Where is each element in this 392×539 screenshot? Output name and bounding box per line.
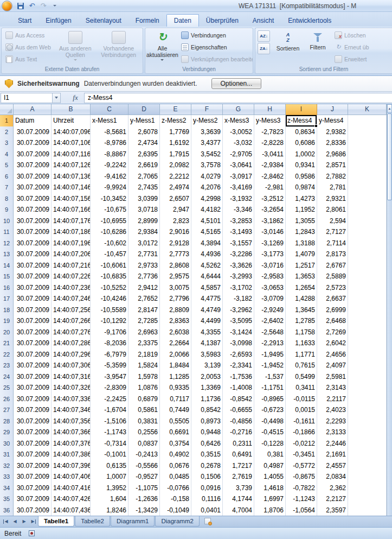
cell-G12[interactable]: -3,1557: [223, 238, 254, 250]
cell-J7[interactable]: 2,781: [317, 182, 348, 194]
cell-A7[interactable]: 30.07.2009: [14, 182, 52, 194]
cell-D8[interactable]: 3,0399: [128, 193, 160, 205]
cell-D14[interactable]: 2,9733: [128, 260, 160, 272]
cell-E11[interactable]: 2,9016: [160, 226, 191, 238]
cell-C36[interactable]: 1,8246: [91, 505, 128, 516]
cell-C23[interactable]: -5,3599: [91, 360, 128, 372]
cell-C18[interactable]: -10,5589: [91, 305, 128, 316]
cell-H15[interactable]: -2,9583: [254, 271, 286, 283]
erweitert-button[interactable]: Erweitert: [332, 53, 372, 65]
cell-D23[interactable]: 1,5824: [128, 360, 160, 372]
cell-E33[interactable]: 0,0485: [160, 471, 191, 483]
cell-D28[interactable]: 0,3831: [128, 416, 160, 428]
cell-A21[interactable]: 30.07.2009: [14, 338, 52, 350]
insert-worksheet-button[interactable]: [200, 516, 215, 525]
cell-J9[interactable]: 2,8061: [317, 204, 348, 216]
cell-A36[interactable]: 30.07.2009: [14, 505, 52, 516]
cell-K28[interactable]: [348, 416, 387, 428]
cell-F30[interactable]: 0,6426: [191, 438, 223, 450]
vorhandene-verbindungen-button[interactable]: Vorhandene Verbindungen: [97, 29, 140, 66]
cell-G31[interactable]: 0,6491: [223, 449, 254, 461]
cell-J26[interactable]: 2,2117: [317, 394, 348, 405]
cell-G24[interactable]: -1,7536: [223, 371, 254, 383]
cell-I30[interactable]: -0,0212: [286, 438, 317, 450]
cell-D33[interactable]: -0,9527: [128, 471, 160, 483]
cell-K17[interactable]: [348, 293, 387, 305]
cell-G21[interactable]: -3,0998: [223, 338, 254, 350]
cell-D24[interactable]: 1,5978: [128, 371, 160, 383]
cell-K25[interactable]: [348, 382, 387, 394]
cell-F16[interactable]: 4,5857: [191, 282, 223, 294]
cell-I35[interactable]: -1,1243: [286, 493, 317, 505]
cell-H21[interactable]: -2,2913: [254, 338, 286, 350]
cell-C17[interactable]: -10,4246: [91, 293, 128, 305]
cell-F34[interactable]: 0,0916: [191, 483, 223, 494]
cell-I14[interactable]: 1,2517: [286, 260, 317, 272]
row-header-18[interactable]: 18: [0, 305, 14, 316]
sheet-tab-tabelle2[interactable]: Tabelle2: [75, 516, 110, 527]
row-header-11[interactable]: 11: [0, 226, 14, 238]
cell-H1[interactable]: y-Mess3: [254, 115, 286, 127]
cell-G14[interactable]: -3,3626: [223, 260, 254, 272]
office-button[interactable]: [2, 1, 12, 11]
cell-E32[interactable]: 0,0676: [160, 460, 191, 472]
cell-C5[interactable]: -9,2242: [91, 160, 128, 172]
cell-J10[interactable]: 2,594: [317, 215, 348, 227]
cell-E20[interactable]: 2,6038: [160, 327, 191, 339]
cell-A28[interactable]: 30.07.2009: [14, 416, 52, 428]
cell-G25[interactable]: -1,4008: [223, 382, 254, 394]
cell-F3[interactable]: 3,4377: [191, 137, 223, 149]
tab-entwicklertools[interactable]: Entwicklertools: [281, 15, 338, 27]
cell-B27[interactable]: 14:40:07,346: [52, 404, 91, 416]
cell-G17[interactable]: -3,182: [223, 293, 254, 305]
cell-H34[interactable]: 1,4618: [254, 483, 286, 494]
cell-F21[interactable]: 4,1387: [191, 338, 223, 350]
cell-D20[interactable]: 2,6963: [128, 327, 160, 339]
cell-E7[interactable]: 2,4974: [160, 182, 191, 194]
column-header-j[interactable]: J: [317, 104, 348, 115]
cell-C24[interactable]: -3,9547: [91, 371, 128, 383]
qat-dropdown-button[interactable]: [50, 2, 59, 10]
cell-K13[interactable]: [348, 249, 387, 261]
cell-G6[interactable]: -3,0917: [223, 171, 254, 183]
cell-H33[interactable]: 1,4055: [254, 471, 286, 483]
cell-I9[interactable]: 1,1952: [286, 204, 317, 216]
cell-H13[interactable]: -3,1773: [254, 249, 286, 261]
cell-B23[interactable]: 14:40:07,306: [52, 360, 91, 372]
cell-F23[interactable]: 3,139: [191, 360, 223, 372]
scroll-up-button[interactable]: [387, 104, 392, 113]
cell-B21[interactable]: 14:40:07,286: [52, 338, 91, 350]
cell-B14[interactable]: 14:40:07,216: [52, 260, 91, 272]
cell-K30[interactable]: [348, 438, 387, 450]
cell-A24[interactable]: 30.07.2009: [14, 371, 52, 383]
cell-A31[interactable]: 30.07.2009: [14, 449, 52, 461]
cell-G29[interactable]: -0,2716: [223, 427, 254, 439]
cell-K11[interactable]: [348, 226, 387, 238]
cell-G28[interactable]: -0,4856: [223, 416, 254, 428]
cell-E29[interactable]: 0,6691: [160, 427, 191, 439]
cell-K16[interactable]: [348, 282, 387, 294]
cell-G16[interactable]: -3,1702: [223, 282, 254, 294]
cell-I20[interactable]: 1,1758: [286, 327, 317, 339]
cell-K27[interactable]: [348, 404, 387, 416]
sheet-tab-diagramm1[interactable]: Diagramm1: [111, 516, 155, 527]
cell-D36[interactable]: -1,3429: [128, 505, 160, 516]
cell-B34[interactable]: 14:40:07,416: [52, 483, 91, 494]
cell-F5[interactable]: 3,7578: [191, 160, 223, 172]
cell-E14[interactable]: 2,8608: [160, 260, 191, 272]
row-header-19[interactable]: 19: [0, 315, 14, 327]
cell-C3[interactable]: -8,9786: [91, 137, 128, 149]
cell-D18[interactable]: 2,8147: [128, 305, 160, 316]
cell-A14[interactable]: 30.07.2009: [14, 260, 52, 272]
cell-I4[interactable]: 1,0002: [286, 149, 317, 161]
cell-H24[interactable]: -1,537: [254, 371, 286, 383]
cell-F15[interactable]: 4,6444: [191, 271, 223, 283]
cell-H26[interactable]: -0,8965: [254, 394, 286, 405]
cell-A32[interactable]: 30.07.2009: [14, 460, 52, 472]
cell-B31[interactable]: 14:40:07,386: [52, 449, 91, 461]
cell-J15[interactable]: 2,5889: [317, 271, 348, 283]
cell-I7[interactable]: 0,9874: [286, 182, 317, 194]
cell-C10[interactable]: -10,6955: [91, 215, 128, 227]
cell-F14[interactable]: 4,5262: [191, 260, 223, 272]
cell-I34[interactable]: -0,7822: [286, 483, 317, 494]
